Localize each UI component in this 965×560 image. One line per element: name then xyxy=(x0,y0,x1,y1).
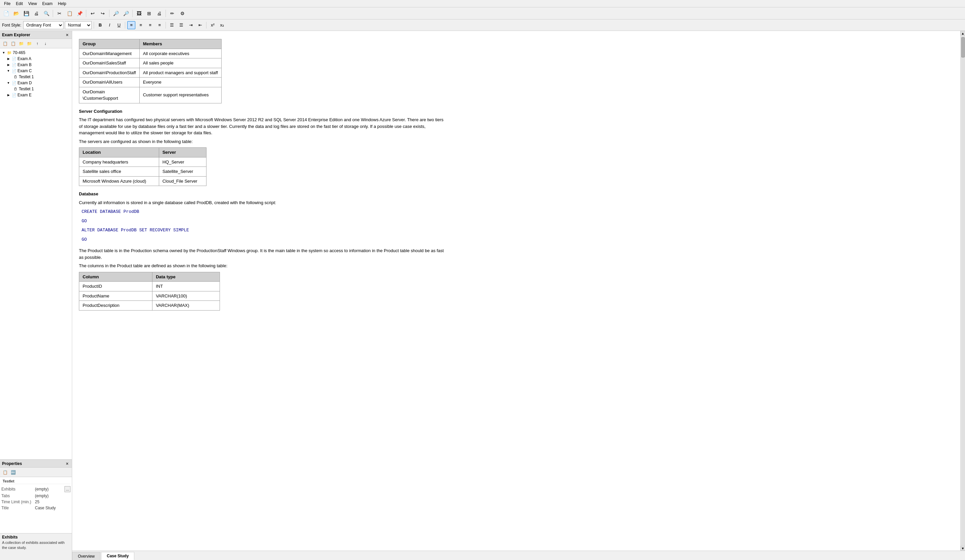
properties-close[interactable]: × xyxy=(64,461,70,466)
props-btn2[interactable]: 🔤 xyxy=(10,469,17,476)
new-btn[interactable]: 📄 xyxy=(2,9,11,18)
expand-root[interactable]: ▼ xyxy=(2,51,6,55)
scroll-down-btn[interactable]: ▼ xyxy=(961,546,965,550)
properties-panel: Properties × 📋 🔤 Testlet Exhibits (empty… xyxy=(0,459,72,533)
properties-selected: Testlet xyxy=(2,478,70,484)
tree-item-testlet-1d[interactable]: 🗒 Testlet 1 xyxy=(0,86,72,92)
product-col-datatype: Data type xyxy=(152,272,220,282)
table-btn[interactable]: ⊞ xyxy=(144,9,154,18)
paste-btn[interactable]: 📌 xyxy=(75,9,84,18)
tree-item-exam-d[interactable]: ▼ 📄 Exam D xyxy=(0,80,72,86)
explorer-btn4[interactable]: 📁 xyxy=(26,40,33,47)
expand-exam-e[interactable]: ▶ xyxy=(6,93,11,97)
tree-item-exam-a[interactable]: ▶ 📄 Exam A xyxy=(0,56,72,62)
explorer-btn2[interactable]: 📋 xyxy=(10,40,17,47)
replace-btn[interactable]: 🔎 xyxy=(121,9,131,18)
align-justify-btn[interactable]: ≡ xyxy=(155,21,164,29)
find-btn[interactable]: 🔎 xyxy=(111,9,121,18)
icon-testlet-1c: 🗒 xyxy=(13,74,18,80)
align-right-btn[interactable]: ≡ xyxy=(146,21,154,29)
outdent-btn[interactable]: ⇤ xyxy=(196,21,204,29)
print-btn[interactable]: 🖨 xyxy=(31,9,41,18)
servers-row-1: Company headquarters HQ_Server xyxy=(79,157,206,167)
groups-cell-2-1: OurDomain\SalesStaff xyxy=(79,59,140,68)
undo-btn[interactable]: ↩ xyxy=(88,9,97,18)
groups-col-group: Group xyxy=(79,39,140,49)
preview-btn[interactable]: 🔍 xyxy=(42,9,51,18)
exam-explorer-title: Exam Explorer xyxy=(2,33,30,37)
tree-item-exam-c[interactable]: ▼ 📄 Exam C xyxy=(0,68,72,74)
sep3 xyxy=(109,10,110,17)
align-center-btn[interactable]: ≡ xyxy=(137,21,145,29)
sep4 xyxy=(132,10,132,17)
bold-btn[interactable]: B xyxy=(96,21,104,29)
prop-timelimit: Time Limit (min.) 25 xyxy=(2,499,70,505)
save-btn[interactable]: 💾 xyxy=(21,9,31,18)
explorer-up-btn[interactable]: ↑ xyxy=(34,40,41,47)
tree-item-exam-e[interactable]: ▶ 📄 Exam E xyxy=(0,92,72,98)
expand-exam-d[interactable]: ▼ xyxy=(6,81,11,85)
exam-explorer-close[interactable]: × xyxy=(64,32,70,38)
servers-row-2: Satellite sales office Satellite_Server xyxy=(79,167,206,176)
open-btn[interactable]: 📂 xyxy=(11,9,21,18)
italic-btn[interactable]: I xyxy=(105,21,113,29)
expand-testlet-1c[interactable] xyxy=(11,75,12,79)
cut-btn[interactable]: ✂ xyxy=(55,9,64,18)
align-left-btn[interactable]: ≡ xyxy=(127,21,135,29)
bottom-tabs: Overview Case Study xyxy=(72,550,965,560)
product-row-3: ProductDescription VARCHAR(MAX) xyxy=(79,301,220,310)
superscript-btn[interactable]: x² xyxy=(209,21,217,29)
label-testlet-1c: Testlet 1 xyxy=(19,75,34,79)
font-style-dropdown[interactable]: Ordinary Font xyxy=(23,21,64,29)
indent-btn[interactable]: ⇥ xyxy=(187,21,195,29)
menu-file[interactable]: File xyxy=(2,1,13,7)
content-scroll[interactable]: Group Members OurDomain\Management All c… xyxy=(72,31,960,550)
menu-help[interactable]: Help xyxy=(56,1,69,7)
prop-exhibits-btn[interactable]: … xyxy=(64,486,70,492)
tree-item-root[interactable]: ▼ 📁 70-465 xyxy=(0,50,72,56)
props-btn1[interactable]: 📋 xyxy=(2,469,9,476)
tab-case-study[interactable]: Case Study xyxy=(101,552,134,560)
product-cell-2-1: ProductName xyxy=(79,291,152,301)
scroll-up-btn[interactable]: ▲ xyxy=(961,31,965,36)
menu-edit[interactable]: Edit xyxy=(13,1,26,7)
explorer-btn3[interactable]: 📁 xyxy=(18,40,25,47)
scroll-thumb[interactable] xyxy=(961,37,965,57)
sep-f4 xyxy=(206,22,206,29)
content-area: Group Members OurDomain\Management All c… xyxy=(72,31,965,560)
vertical-scrollbar[interactable]: ▲ ▼ xyxy=(960,31,965,550)
subscript-btn[interactable]: x₂ xyxy=(218,21,226,29)
numbering-btn[interactable]: ☰ xyxy=(177,21,185,29)
groups-cell-4-1: OurDomain\AllUsers xyxy=(79,78,140,87)
tab-overview[interactable]: Overview xyxy=(72,552,100,560)
server-config-heading: Server Configuration xyxy=(79,108,448,115)
settings-btn[interactable]: ⚙ xyxy=(178,9,187,18)
bullets-btn[interactable]: ☰ xyxy=(168,21,176,29)
image-btn[interactable]: 🖼 xyxy=(134,9,144,18)
icon-root: 📁 xyxy=(7,50,12,56)
underline-btn[interactable]: U xyxy=(115,21,123,29)
servers-row-3: Microsoft Windows Azure (cloud) Cloud_Fi… xyxy=(79,176,206,186)
menu-view[interactable]: View xyxy=(26,1,39,7)
copy-btn[interactable]: 📋 xyxy=(65,9,74,18)
print2-btn[interactable]: 🖨 xyxy=(154,9,164,18)
icon-exam-e: 📄 xyxy=(11,92,17,98)
menu-exam[interactable]: Exam xyxy=(39,1,56,7)
size-dropdown[interactable]: Normal xyxy=(65,21,92,29)
explorer-btn1[interactable]: 📋 xyxy=(2,40,9,47)
expand-testlet-1d[interactable] xyxy=(11,87,12,91)
groups-row-5: OurDomain\CustomerSupport Customer suppo… xyxy=(79,87,222,103)
redo-btn[interactable]: ↪ xyxy=(98,9,108,18)
expand-exam-c[interactable]: ▼ xyxy=(6,69,11,73)
edit-btn[interactable]: ✏ xyxy=(168,9,177,18)
expand-exam-a[interactable]: ▶ xyxy=(6,56,11,61)
tree-item-testlet-1c[interactable]: 🗒 Testlet 1 xyxy=(0,74,72,80)
expand-exam-b[interactable]: ▶ xyxy=(6,62,11,67)
tree-item-exam-b[interactable]: ▶ 📄 Exam B xyxy=(0,62,72,68)
groups-row-4: OurDomain\AllUsers Everyone xyxy=(79,78,222,87)
font-style-label: Font Style: xyxy=(2,23,21,28)
scroll-track[interactable] xyxy=(961,36,965,546)
explorer-down-btn[interactable]: ↓ xyxy=(42,40,49,47)
sep-f3 xyxy=(165,22,166,29)
properties-toolbar: 📋 🔤 xyxy=(0,468,72,477)
